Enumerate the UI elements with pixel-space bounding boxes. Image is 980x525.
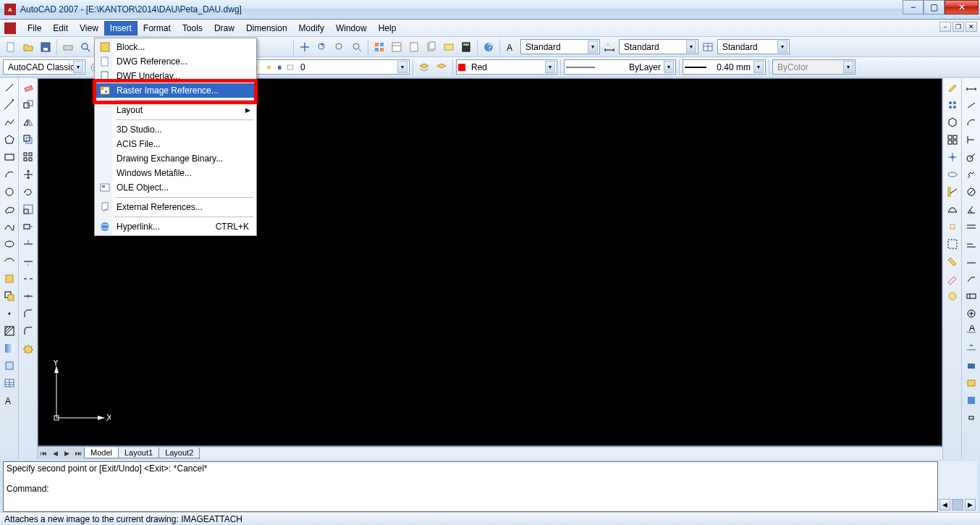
open-button[interactable] — [20, 39, 36, 55]
properties-button[interactable] — [371, 39, 387, 55]
explode-button[interactable] — [20, 340, 36, 356]
maximize-button[interactable]: ▢ — [924, 0, 945, 14]
horizontal-scrollbar[interactable] — [199, 448, 942, 459]
dim-dia-button[interactable] — [963, 184, 979, 200]
mirror-button[interactable] — [20, 114, 36, 130]
line-button[interactable] — [1, 80, 17, 96]
dim-arc-button[interactable] — [963, 114, 979, 130]
menu-dimension[interactable]: Dimension — [240, 21, 293, 35]
circle-button[interactable] — [1, 184, 17, 200]
plot-button[interactable] — [60, 39, 76, 55]
menu-item-dwf-underlay[interactable]: DWF Underlay... — [96, 69, 255, 83]
tab-first[interactable]: ⏮ — [38, 448, 49, 459]
dim-aligned-button[interactable] — [963, 97, 979, 113]
zoom-window-button[interactable] — [331, 39, 347, 55]
tab-layout2[interactable]: Layout2 — [159, 448, 200, 458]
scroll-thumb[interactable] — [952, 499, 963, 511]
menu-insert[interactable]: Insert — [104, 21, 138, 35]
dim-style-icon[interactable] — [601, 39, 617, 55]
3drotate-icon[interactable] — [945, 167, 960, 182]
table-style-combo[interactable]: Standard▾ — [717, 39, 790, 54]
rect-button[interactable] — [1, 149, 17, 165]
array-button[interactable] — [20, 149, 36, 165]
cui-button[interactable] — [945, 271, 960, 287]
3dalign-button[interactable] — [945, 114, 960, 130]
menu-tools[interactable]: Tools — [177, 21, 208, 35]
dimupdate-button[interactable] — [963, 358, 979, 374]
dimedit-button[interactable]: A — [963, 323, 979, 339]
calc-button[interactable] — [458, 39, 474, 55]
help-button[interactable]: ? — [481, 39, 497, 55]
tolerance-button[interactable] — [963, 288, 979, 304]
menu-item-ole[interactable]: OLE Object... — [96, 180, 255, 195]
tab-last[interactable]: ⏭ — [72, 448, 84, 459]
ellipse-arc-button[interactable] — [1, 253, 17, 269]
insert-block-button[interactable] — [1, 271, 17, 287]
offset-button[interactable] — [20, 132, 36, 148]
dimstyle-button[interactable] — [963, 375, 979, 391]
minimize-button[interactable]: − — [903, 0, 924, 14]
dim-jog-button[interactable] — [963, 167, 979, 182]
arc-button[interactable] — [1, 167, 17, 182]
menu-item-raster-image[interactable]: Raster Image Reference... — [96, 83, 255, 98]
revcloud-button[interactable] — [1, 201, 17, 217]
menu-draw[interactable]: Draw — [208, 21, 240, 35]
design-center-button[interactable] — [389, 39, 405, 55]
preview-button[interactable] — [77, 39, 93, 55]
3dmove-icon[interactable] — [945, 149, 960, 165]
center-mark-button[interactable] — [963, 306, 979, 322]
fillet-button[interactable] — [20, 323, 36, 339]
dim-cont-button[interactable] — [963, 253, 979, 269]
lineweight-combo[interactable]: 0.40 mm▾ — [683, 59, 766, 75]
dimreassoc-button[interactable] — [963, 392, 979, 408]
leader-button[interactable] — [963, 271, 979, 287]
match-prop-button[interactable] — [945, 80, 960, 96]
linetype-combo[interactable]: ByLayer▾ — [564, 59, 676, 75]
markup-button[interactable] — [441, 39, 457, 55]
dim-style-combo[interactable]: Standard▾ — [619, 39, 698, 54]
dim-base-button[interactable] — [963, 236, 979, 252]
join-button[interactable] — [20, 288, 36, 304]
tab-next[interactable]: ▶ — [61, 448, 72, 459]
zoom-realtime-button[interactable]: + — [314, 39, 330, 55]
dimtedit-button[interactable] — [963, 340, 979, 356]
menu-item-hyperlink[interactable]: Hyperlink... CTRL+K — [96, 219, 255, 234]
measure-button[interactable] — [945, 253, 960, 269]
copy-button[interactable] — [20, 97, 36, 113]
text-style-icon[interactable]: A — [503, 39, 519, 55]
hatch-button[interactable] — [1, 323, 17, 339]
tab-layout1[interactable]: Layout1 — [118, 448, 159, 458]
menu-item-dxb[interactable]: Drawing Exchange Binary... — [96, 151, 255, 166]
text-style-combo[interactable]: Standard▾ — [520, 39, 600, 54]
dist-button[interactable] — [945, 184, 960, 200]
save-button[interactable] — [38, 39, 54, 55]
menu-format[interactable]: Format — [138, 21, 177, 35]
qselect-button[interactable] — [945, 236, 960, 252]
menu-help[interactable]: Help — [373, 21, 402, 35]
dim-linear-button[interactable] — [963, 80, 979, 96]
osnap-button[interactable] — [945, 219, 960, 235]
ellipse-button[interactable] — [1, 236, 17, 252]
mdi-minimize[interactable]: − — [939, 22, 951, 32]
workspace-combo[interactable]: AutoCAD Classic▾ — [3, 59, 85, 75]
menu-view[interactable]: View — [74, 21, 104, 35]
tab-prev[interactable]: ◀ — [49, 448, 61, 459]
pline-button[interactable] — [1, 114, 17, 130]
sheet-set-button[interactable] — [423, 39, 439, 55]
dim-toolbar-more[interactable] — [963, 410, 979, 426]
mtext-button[interactable]: A — [1, 392, 17, 408]
dim-ang-button[interactable] — [963, 201, 979, 217]
qdim-button[interactable] — [963, 219, 979, 235]
make-block-button[interactable] — [1, 288, 17, 304]
layer-manager-button[interactable] — [416, 59, 432, 75]
area-button[interactable] — [945, 201, 960, 217]
gradient-button[interactable] — [1, 340, 17, 356]
menu-item-xref[interactable]: External References... — [96, 200, 255, 214]
menu-window[interactable]: Window — [330, 21, 373, 35]
viewport-button[interactable] — [945, 132, 960, 148]
menu-modify[interactable]: Modify — [293, 21, 330, 35]
mdi-close[interactable]: ✕ — [966, 22, 977, 32]
scale-button[interactable] — [20, 201, 36, 217]
new-button[interactable] — [3, 39, 19, 55]
region-button[interactable] — [1, 358, 17, 374]
